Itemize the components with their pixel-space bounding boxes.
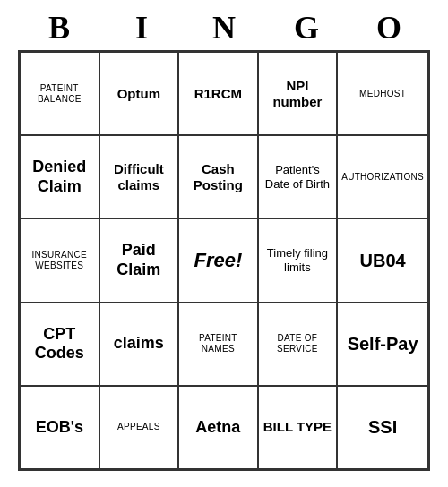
bingo-header: B I N G O — [18, 9, 430, 47]
cell-text-12: Free! — [194, 249, 242, 272]
bingo-cell-20: EOB's — [20, 386, 99, 469]
cell-text-17: PATEINT NAMES — [183, 333, 254, 355]
cell-text-23: BILL TYPE — [263, 419, 332, 435]
bingo-cell-8: Patient's Date of Birth — [258, 135, 338, 218]
letter-o: O — [349, 9, 428, 47]
bingo-cell-9: AUTHORIZATIONS — [337, 135, 428, 218]
bingo-cell-18: DATE OF SERVICE — [258, 303, 338, 386]
bingo-cell-12: Free! — [178, 218, 258, 302]
cell-text-0: PATEINT BALANCE — [24, 83, 95, 105]
cell-text-20: EOB's — [36, 418, 83, 438]
bingo-cell-15: CPT Codes — [20, 303, 99, 386]
bingo-cell-13: Timely filing limits — [258, 218, 338, 302]
bingo-cell-16: claims — [99, 303, 179, 386]
bingo-cell-5: Denied Claim — [20, 135, 99, 218]
cell-text-16: claims — [114, 334, 164, 354]
bingo-cell-22: Aetna — [178, 386, 258, 469]
cell-text-7: Cash Posting — [183, 161, 254, 193]
bingo-cell-1: Optum — [99, 52, 179, 135]
bingo-cell-3: NPI number — [258, 52, 338, 135]
cell-text-10: INSURANCE WEBSITES — [24, 250, 95, 271]
cell-text-13: Timely filing limits — [263, 246, 333, 274]
letter-g: G — [267, 9, 346, 47]
cell-text-5: Denied Claim — [24, 158, 95, 196]
letter-i: I — [102, 9, 181, 47]
cell-text-22: Aetna — [195, 418, 240, 438]
bingo-cell-23: BILL TYPE — [258, 386, 338, 469]
bingo-grid: PATEINT BALANCEOptumR1RCMNPI numberMEDHO… — [18, 50, 430, 471]
bingo-cell-21: APPEALS — [99, 386, 179, 469]
cell-text-11: Paid Claim — [104, 241, 175, 279]
cell-text-21: APPEALS — [117, 422, 160, 432]
cell-text-15: CPT Codes — [24, 325, 95, 363]
cell-text-18: DATE OF SERVICE — [263, 333, 333, 355]
cell-text-4: MEDHOST — [359, 89, 406, 99]
cell-text-6: Difficult claims — [104, 161, 175, 193]
cell-text-19: Self-Pay — [348, 333, 418, 355]
bingo-cell-24: SSI — [337, 386, 428, 469]
cell-text-24: SSI — [368, 416, 397, 438]
bingo-cell-4: MEDHOST — [337, 52, 428, 135]
cell-text-14: UB04 — [360, 250, 406, 271]
bingo-cell-11: Paid Claim — [99, 218, 179, 302]
cell-text-3: NPI number — [263, 78, 333, 110]
bingo-cell-7: Cash Posting — [178, 135, 258, 218]
bingo-cell-0: PATEINT BALANCE — [20, 52, 99, 135]
letter-n: N — [185, 9, 263, 47]
cell-text-2: R1RCM — [194, 86, 242, 102]
cell-text-8: Patient's Date of Birth — [263, 163, 333, 191]
letter-b: B — [20, 9, 99, 47]
bingo-cell-17: PATEINT NAMES — [178, 303, 258, 386]
bingo-cell-10: INSURANCE WEBSITES — [20, 218, 99, 302]
bingo-cell-2: R1RCM — [178, 52, 258, 135]
bingo-cell-14: UB04 — [337, 218, 428, 302]
cell-text-1: Optum — [117, 86, 160, 102]
cell-text-9: AUTHORIZATIONS — [341, 172, 424, 183]
bingo-cell-6: Difficult claims — [99, 135, 179, 218]
bingo-cell-19: Self-Pay — [337, 303, 428, 386]
